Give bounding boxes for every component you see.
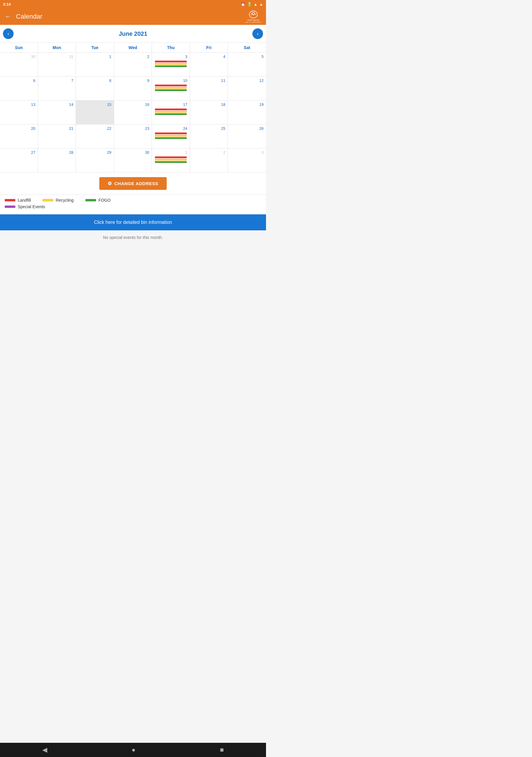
table-row[interactable]: 4 [190,53,228,76]
legend-section: Landfill Recycling FOGO Special Events [0,195,266,213]
recycling-bar [155,87,187,89]
legend-row-1: Landfill Recycling FOGO [5,198,261,202]
table-row[interactable]: 5 [228,53,266,76]
table-row[interactable]: 1 [76,53,114,76]
prev-month-button[interactable]: ‹ [3,28,14,39]
fogo-bar [155,161,187,163]
table-row[interactable]: 16 [114,101,152,124]
recycling-bar [155,135,187,136]
bin-info-banner[interactable]: Click here for detailed bin information [0,214,266,230]
bin-bars-jun24 [153,133,189,139]
special-events-section: No special events for this month. [0,230,266,245]
month-title: June 2021 [119,30,147,37]
table-row[interactable]: 2 [114,53,152,76]
landfill-bar [155,133,187,134]
special-events-text: No special events for this month. [103,235,163,240]
table-row[interactable]: 24 [152,125,190,148]
weekday-sat: Sat [228,43,266,52]
app-bar: ← Calendar wollongongcity of innovation [0,8,266,25]
table-row[interactable]: 15 [76,101,114,124]
table-row[interactable]: 20 [0,125,38,148]
legend-special-bar [5,205,15,208]
bin-bars-jun10 [153,85,189,91]
fogo-bar [155,89,187,91]
table-row[interactable]: 30 [0,53,38,76]
table-row[interactable]: 1 [152,148,190,172]
gear-icon: ⚙ [107,181,112,186]
recycling-bar [155,159,187,161]
bin-info-text: Click here for detailed bin information [94,220,172,225]
table-row[interactable]: 18 [190,101,228,124]
wifi-icon: ▲ [253,2,257,7]
recycling-bar [155,111,187,113]
logo-text: wollongongcity of innovation [245,19,261,23]
legend-recycling: Recycling [43,198,74,202]
legend-recycling-label: Recycling [56,198,74,202]
calendar-header: Sun Mon Tue Wed Thu Fri Sat [0,43,266,53]
month-nav: ‹ June 2021 › [0,25,266,43]
landfill-bar [155,108,187,110]
table-row[interactable]: 22 [76,125,114,148]
calendar-week-5: 27 28 29 30 1 2 3 [0,148,266,172]
weekday-fri: Fri [190,43,228,52]
table-row[interactable]: 28 [38,148,76,172]
status-icons: ⏰ 🔋 ▲ ▲ [241,2,263,7]
change-address-label: CHANGE ADDRESS [114,181,159,186]
table-row[interactable]: 19 [228,101,266,124]
table-row[interactable]: 25 [190,125,228,148]
legend-landfill-bar [5,199,15,201]
table-row[interactable]: 30 [114,148,152,172]
table-row[interactable]: 29 [76,148,114,172]
change-address-section: ⚙ CHANGE ADDRESS [0,172,266,195]
table-row[interactable]: 11 [190,76,228,100]
table-row[interactable]: 2 [190,148,228,172]
table-row[interactable]: 31 [38,53,76,76]
signal-icon: ▲ [259,2,263,7]
recycling-bar [155,63,187,65]
change-address-button[interactable]: ⚙ CHANGE ADDRESS [99,177,166,190]
fogo-bar [155,113,187,115]
calendar-week-1: 30 31 1 2 3 4 5 [0,53,266,76]
back-button[interactable]: ← [5,13,11,20]
table-row[interactable]: 27 [0,148,38,172]
table-row[interactable]: 23 [114,125,152,148]
table-row[interactable]: 7 [38,76,76,100]
fogo-bar [155,137,187,139]
weekday-tue: Tue [76,43,114,52]
calendar-week-4: 20 21 22 23 24 25 26 [0,125,266,148]
table-row[interactable]: 3 [228,148,266,172]
table-row[interactable]: 9 [114,76,152,100]
status-bar: 3:14 ⏰ 🔋 ▲ ▲ [0,0,266,8]
table-row[interactable]: 17 [152,101,190,124]
calendar-week-2: 6 7 8 9 10 11 12 [0,76,266,101]
legend-special-label: Special Events [18,204,45,209]
alarm-icon: ⏰ [241,2,245,7]
table-row[interactable]: 10 [152,76,190,100]
table-row[interactable]: 3 [152,53,190,76]
weekday-thu: Thu [152,43,190,52]
next-month-button[interactable]: › [252,28,263,39]
weekday-mon: Mon [38,43,76,52]
table-row[interactable]: 21 [38,125,76,148]
table-row[interactable]: 6 [0,76,38,100]
landfill-bar [155,85,187,86]
calendar-grid: Sun Mon Tue Wed Thu Fri Sat 30 31 1 2 3 [0,43,266,172]
calendar: ‹ June 2021 › Sun Mon Tue Wed Thu Fri Sa… [0,25,266,172]
table-row[interactable]: 26 [228,125,266,148]
table-row[interactable]: 13 [0,101,38,124]
battery-icon: 🔋 [247,2,252,7]
table-row[interactable]: 8 [76,76,114,100]
table-row[interactable]: 14 [38,101,76,124]
legend-landfill-label: Landfill [18,198,31,202]
landfill-bar [155,156,187,158]
legend-fogo-label: FOGO [99,198,110,202]
bin-bars-jul1 [153,156,189,163]
legend-special: Special Events [5,204,45,209]
legend-recycling-bar [43,199,53,201]
table-row[interactable]: 12 [228,76,266,100]
fogo-bar [155,65,187,67]
page-title: Calendar [16,13,42,20]
legend-fogo-bar [85,199,96,201]
bin-bars-jun17 [153,108,189,115]
weekday-sun: Sun [0,43,38,52]
